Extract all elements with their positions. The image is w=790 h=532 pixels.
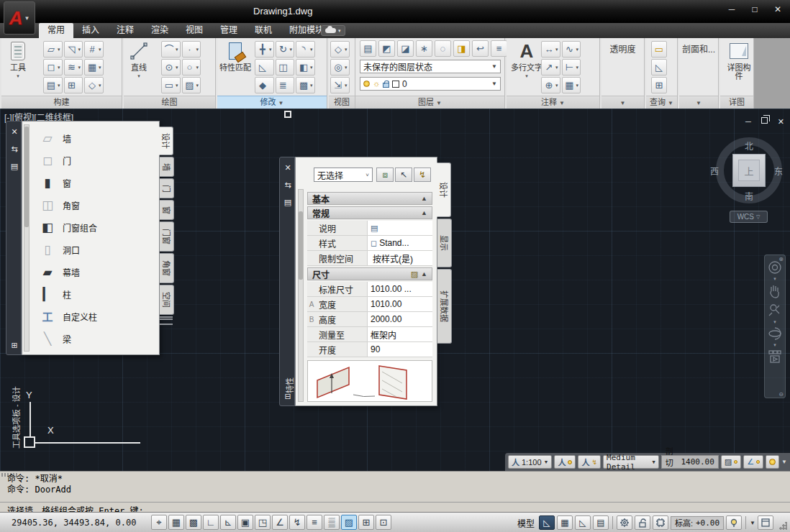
property-value[interactable]: 按样式(是) (373, 252, 413, 265)
close-icon[interactable]: ✕ (280, 163, 296, 173)
compass-south-label[interactable]: 南 (745, 190, 753, 202)
ribbon-tool-button[interactable]: ╋ ▾ (255, 41, 274, 58)
property-value[interactable]: 2000.00 (371, 314, 401, 324)
ribbon-tab[interactable]: 常用 (39, 23, 73, 38)
tool-palette-item[interactable]: ◧ 门窗组合 (32, 216, 156, 239)
ribbon-tool-button[interactable]: ◻ ▾ (43, 59, 63, 75)
layer-tool-button[interactable]: ◩ (378, 40, 395, 57)
ribbon-tool-button[interactable]: ◧ ▾ (296, 59, 315, 75)
detail-level-dropdown[interactable]: Medium Detail▼ (603, 455, 659, 469)
autohide-icon[interactable]: ⇆ (280, 180, 296, 190)
chevron-down-icon[interactable]: ▼ (773, 320, 777, 324)
ribbon-tool-button[interactable]: ▩ ▾ (296, 77, 315, 93)
pan-icon[interactable] (767, 283, 783, 300)
ribbon-tool-button[interactable]: ↔ ▾ (541, 41, 560, 58)
status-toggle-button[interactable]: ∠ (272, 515, 288, 530)
dropdown-arrow-icon[interactable]: ▾ (196, 83, 199, 88)
dropdown-arrow-icon[interactable]: ▾ (576, 47, 579, 52)
command-line-area[interactable]: 命令: *取消*命令: DoorAdd 选择墙、格线组合或按 Enter 键: (0, 471, 790, 512)
panel-title-transparency[interactable]: ▼ (601, 96, 644, 109)
tool-palette-item[interactable]: ▮ 窗 (32, 172, 156, 194)
panel-title-layers[interactable]: 图层 ▼ (355, 96, 504, 109)
layer-key-overrides-button[interactable]: ∠ (743, 455, 763, 469)
ribbon-tool-button[interactable]: ◆ ▾ (255, 77, 274, 93)
dropdown-arrow-icon[interactable]: ▾ (176, 47, 178, 52)
layer-thaw-icon[interactable]: ☼ (373, 80, 380, 88)
viewcube[interactable]: 上 (732, 154, 766, 187)
dropdown-arrow-icon[interactable]: ▾ (58, 47, 60, 52)
dropdown-arrow-icon[interactable]: ▾ (310, 47, 313, 52)
layer-tool-button[interactable]: ∗ (416, 40, 432, 57)
window-close-button[interactable]: ✕ (773, 4, 783, 14)
tool-palette-item[interactable]: 工 自定义柱 (32, 306, 156, 328)
ribbon-tool-button[interactable]: ▤ ▾ (43, 77, 63, 93)
dropdown-arrow-icon[interactable]: ▾ (99, 47, 101, 52)
dropdown-arrow-icon[interactable]: ▾ (310, 65, 313, 70)
property-row[interactable]: 测量至 框架内 (307, 327, 432, 342)
layout-button[interactable]: ◺ (575, 515, 591, 530)
dropdown-arrow-icon[interactable]: ▾ (99, 83, 101, 88)
ribbon-tab[interactable]: 渲染 (142, 23, 177, 38)
status-toggle-button[interactable]: ◳ (255, 515, 271, 530)
dropdown-arrow-icon[interactable]: ▾ (290, 47, 293, 52)
status-toggle-button[interactable]: ▒ (324, 515, 340, 530)
properties-palette-tab[interactable]: 扩展数据 (437, 269, 452, 344)
detail-component-button[interactable]: 详图构件 (725, 40, 753, 81)
tool-palette-item[interactable]: ▯ 洞口 (32, 239, 156, 261)
layer-tool-button[interactable]: ◪ (397, 40, 414, 57)
annotation-scale-button[interactable]: 人 1:100▼ (508, 455, 552, 469)
document-close-button[interactable]: ✕ (778, 117, 784, 127)
dropdown-arrow-icon[interactable]: ▾ (269, 47, 272, 52)
ribbon-tool-button[interactable]: ⊢ ▾ (562, 59, 581, 75)
tool-palette-tab[interactable]: 窗 (160, 200, 174, 220)
status-toggle-button[interactable]: ▦ (168, 515, 184, 530)
status-toggle-button[interactable]: ⊾ (220, 515, 236, 530)
more-options-arrow[interactable]: ▼ (781, 459, 787, 465)
layer-tool-button[interactable]: ↩ (472, 40, 489, 57)
ribbon-tool-button[interactable]: ≣ ▾ (276, 77, 295, 93)
full-navigation-wheel-icon[interactable] (767, 260, 783, 275)
lights-button[interactable] (766, 455, 779, 469)
dropdown-arrow-icon[interactable]: ▾ (555, 47, 558, 52)
dropdown-arrow-icon[interactable]: ▾ (78, 47, 81, 52)
tool-palette-item[interactable]: ◫ 角窗 (32, 194, 156, 216)
dropdown-arrow-icon[interactable]: ▾ (99, 65, 101, 70)
layer-state-dropdown[interactable]: 未保存的图层状态▼ (360, 60, 501, 73)
ribbon-tool-button[interactable]: ◝ ▾ (296, 41, 315, 58)
layer-tool-button[interactable]: ▤ (360, 40, 376, 57)
ribbon-tool-button[interactable]: ▭ ▾ (161, 77, 181, 93)
document-restore-button[interactable] (761, 117, 768, 124)
property-value[interactable]: 1010.00 ... (371, 284, 412, 294)
layer-tool-button[interactable]: ≡ (491, 40, 507, 57)
chevron-down-icon[interactable]: ▼ (773, 277, 777, 281)
model-button[interactable]: 模型 (515, 517, 537, 529)
section-header-dimensions[interactable]: 尺寸 ▨ ▲ (307, 267, 432, 280)
dropdown-arrow-icon[interactable]: ▾ (78, 65, 81, 70)
ribbon-tool-button[interactable]: · ▾ (182, 41, 201, 58)
scrollbar-thumb[interactable] (24, 127, 29, 227)
property-row[interactable]: 样式 ◻Stand... (307, 236, 432, 251)
viewport-border-marker[interactable] (284, 111, 291, 118)
tool-palette-tab[interactable]: 墙 (160, 157, 174, 177)
layer-color-swatch[interactable] (392, 81, 399, 88)
panel-title-view[interactable]: 视图 (329, 96, 355, 109)
clean-screen-button[interactable] (758, 515, 773, 530)
more-tabs-indicator[interactable] (160, 316, 173, 325)
tool-palette-tab[interactable]: 角窗 (160, 253, 174, 283)
ribbon-tool-button[interactable]: ⇲ ▾ (330, 77, 350, 93)
property-value[interactable]: 90 (371, 344, 380, 354)
ribbon-tool-button[interactable]: ∿ ▾ (562, 41, 581, 58)
tool-palette-tab[interactable]: 设计 (159, 127, 173, 155)
tool-palette-item[interactable]: ▱ 墙 (32, 127, 156, 150)
workspace-gear-button[interactable] (617, 515, 632, 530)
ribbon-tool-button[interactable]: ⌒ ▾ (161, 41, 181, 58)
ribbon-tool-button[interactable]: ▦ ▾ (84, 59, 104, 75)
palette-properties-icon[interactable]: ⊟ (280, 392, 296, 401)
quick-view-layouts-button[interactable]: ▦ (557, 515, 573, 530)
line-button[interactable]: 直线▾ (128, 40, 150, 81)
panel-title-detail[interactable]: 详图 (720, 96, 753, 109)
ribbon-tab[interactable]: 联机 (246, 23, 281, 38)
hardware-acceleration-button[interactable] (653, 515, 668, 530)
dropdown-arrow-icon[interactable]: ▾ (345, 47, 348, 52)
ribbon-tool-button[interactable]: ◇ ▾ (84, 77, 104, 93)
